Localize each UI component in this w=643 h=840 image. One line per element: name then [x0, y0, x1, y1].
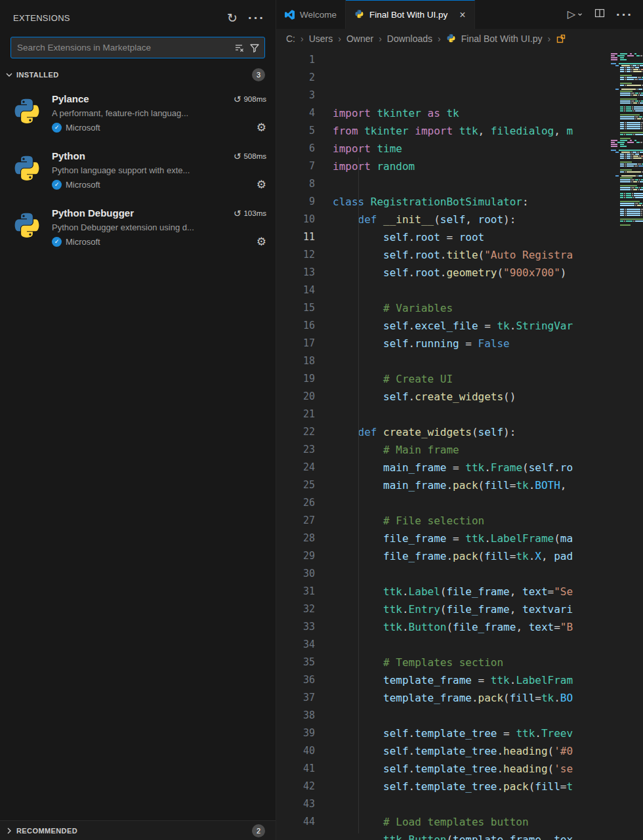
code-line[interactable]: template_frame.pack(fill=tk.BO [333, 689, 609, 707]
breadcrumb-file[interactable]: Final Bot With UI.py [461, 33, 543, 44]
code-line[interactable]: # Main frame [333, 441, 609, 459]
code-line[interactable]: def __init__(self, root): [333, 211, 609, 228]
extension-item-pylance[interactable]: Pylance ↺ 908ms A performant, feature-ri… [0, 85, 276, 142]
editor-more-actions-icon[interactable]: ··· [616, 8, 633, 21]
search-input[interactable] [17, 43, 230, 52]
activation-time: ↺ 103ms [234, 209, 266, 218]
code-line[interactable]: self.template_tree = ttk.Treev [333, 724, 609, 742]
breadcrumb-separator: › [547, 33, 550, 44]
code-line[interactable]: # Templates section [333, 654, 609, 671]
refresh-icon[interactable]: ↻ [227, 12, 238, 24]
code-line[interactable]: self.template_tree.pack(fill=t [333, 778, 609, 795]
code-line[interactable] [333, 795, 609, 813]
minimap[interactable] [609, 49, 643, 840]
more-actions-icon[interactable]: ··· [248, 11, 265, 24]
code-line[interactable]: import time [333, 140, 609, 158]
breadcrumb-downloads[interactable]: Downloads [387, 33, 432, 44]
code-line[interactable]: file_frame.pack(fill=tk.X, pad [333, 547, 609, 565]
breadcrumb-separator: › [379, 33, 382, 44]
play-icon: ▷ [568, 9, 575, 20]
recommended-label: RECOMMENDED [16, 827, 252, 835]
verified-publisher-icon: ✓ [52, 180, 62, 190]
minimap-content [609, 52, 643, 226]
python-extension-icon [12, 213, 42, 243]
code-line[interactable] [333, 175, 609, 193]
history-icon: ↺ [234, 152, 241, 161]
code-line[interactable]: self.root = root [333, 228, 609, 246]
code-line[interactable]: # Load templates button [333, 813, 609, 831]
tab-label: Final Bot With UI.py [369, 10, 447, 20]
run-dropdown-chevron-icon[interactable] [577, 11, 583, 18]
code-line[interactable]: self.create_widgets() [333, 388, 609, 406]
code-line[interactable]: # Create UI [333, 370, 609, 388]
code-line[interactable]: def create_widgets(self): [333, 423, 609, 441]
code-line[interactable]: self.running = False [333, 335, 609, 352]
code-line[interactable]: import tkinter as tk [333, 104, 609, 122]
extension-name: Python [52, 150, 234, 161]
code-line[interactable]: self.template_tree.heading('#0 [333, 742, 609, 760]
breadcrumb-users[interactable]: Users [309, 33, 333, 44]
tab-label: Welcome [300, 10, 337, 20]
breadcrumb-drive[interactable]: C: [286, 33, 295, 44]
tab-welcome[interactable]: Welcome [276, 0, 346, 29]
close-tab-icon[interactable]: × [459, 10, 465, 20]
code-line[interactable]: self.template_tree.heading('se [333, 760, 609, 778]
installed-section-header[interactable]: INSTALLED 3 [0, 65, 276, 85]
recommended-section-header[interactable]: RECOMMENDED 2 [0, 820, 276, 840]
history-icon: ↺ [234, 94, 241, 104]
code-line[interactable]: class RegistrationBotSimulator: [333, 193, 609, 211]
clear-search-results-icon[interactable] [234, 43, 245, 53]
verified-publisher-icon: ✓ [52, 237, 62, 247]
run-python-file-button[interactable]: ▷ [568, 9, 583, 20]
code-line[interactable]: ttk.Button(file_frame, text="B [333, 618, 609, 636]
code-editor[interactable]: 1234567891011121314151617181920212223242… [276, 49, 643, 840]
sidebar-title: EXTENSIONS [13, 13, 217, 23]
extensions-sidebar: EXTENSIONS ↻ ··· [0, 0, 276, 840]
code-line[interactable]: ttk.Entry(file_frame, textvari [333, 600, 609, 618]
code-line[interactable] [333, 282, 609, 299]
tab-final-bot-with-ui[interactable]: Final Bot With UI.py × [346, 0, 475, 29]
split-editor-button[interactable] [594, 8, 605, 21]
code-line[interactable]: main_frame.pack(fill=tk.BOTH, [333, 476, 609, 494]
code-line[interactable]: self.excel_file = tk.StringVar [333, 317, 609, 335]
code-line[interactable]: self.root.geometry("900x700") [333, 264, 609, 282]
breadcrumb-owner[interactable]: Owner [346, 33, 373, 44]
code-line[interactable]: import random [333, 158, 609, 175]
code-line[interactable]: # File selection [333, 512, 609, 530]
code-line[interactable]: self.root.title("Auto Registra [333, 246, 609, 264]
code-line[interactable]: ttk.Button(template_frame, tex [333, 831, 609, 840]
publisher-name: Microsoft [66, 123, 253, 133]
breadcrumb-separator: › [301, 33, 304, 44]
code-lines[interactable]: import tkinter as tkfrom tkinter import … [333, 49, 609, 840]
activation-time: ↺ 508ms [234, 152, 266, 161]
gutter[interactable]: 1234567891011121314151617181920212223242… [276, 49, 333, 840]
code-line[interactable] [333, 636, 609, 654]
class-symbol-icon [556, 33, 566, 44]
installed-label: INSTALLED [16, 71, 252, 79]
code-line[interactable] [333, 707, 609, 724]
code-line[interactable]: # Variables [333, 299, 609, 317]
gear-icon[interactable]: ⚙ [257, 122, 266, 133]
extension-item-python-debugger[interactable]: Python Debugger ↺ 103ms Python Debugger … [0, 199, 276, 256]
recommended-count-badge: 2 [252, 824, 265, 837]
code-line[interactable] [333, 565, 609, 583]
code-line[interactable]: from tkinter import ttk, filedialog, m [333, 122, 609, 140]
code-line[interactable] [333, 494, 609, 512]
verified-publisher-icon: ✓ [52, 123, 62, 133]
publisher-name: Microsoft [66, 237, 253, 247]
code-line[interactable] [333, 352, 609, 370]
gear-icon[interactable]: ⚙ [257, 236, 266, 247]
code-line[interactable]: template_frame = ttk.LabelFram [333, 671, 609, 689]
activation-time-value: 908ms [243, 95, 266, 103]
breadcrumb-separator: › [338, 33, 341, 44]
extension-item-python[interactable]: Python ↺ 508ms Python language support w… [0, 142, 276, 199]
code-line[interactable]: main_frame = ttk.Frame(self.ro [333, 459, 609, 476]
python-extension-icon [12, 98, 42, 129]
extension-search-box[interactable] [10, 37, 265, 58]
code-line[interactable]: file_frame = ttk.LabelFrame(ma [333, 530, 609, 547]
editor-group: Welcome Final Bot With UI.py × ▷ ··· [276, 0, 643, 840]
code-line[interactable]: ttk.Label(file_frame, text="Se [333, 583, 609, 600]
filter-icon[interactable] [249, 43, 260, 53]
gear-icon[interactable]: ⚙ [257, 179, 266, 190]
code-line[interactable] [333, 406, 609, 423]
